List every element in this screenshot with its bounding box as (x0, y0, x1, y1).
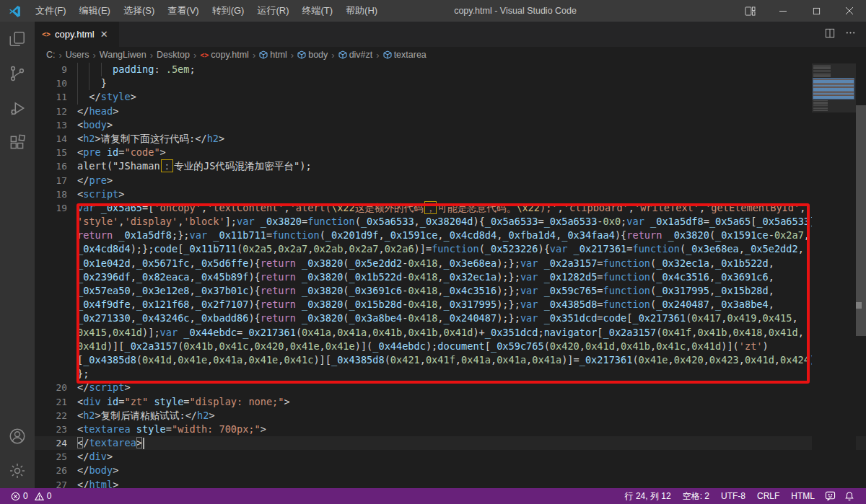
error-icon (11, 492, 20, 501)
code-line[interactable]: _0x57ea50,_0x3e12e8,_0x37b01c){return _0… (35, 284, 866, 298)
close-window-button[interactable] (833, 0, 866, 22)
line-number: 23 (35, 423, 77, 436)
breadcrumb-separator: › (190, 50, 200, 61)
code-line[interactable]: 26</body> (35, 464, 866, 477)
code-line[interactable]: return _0x1a5df8;};var _0x11b711=functio… (35, 229, 866, 242)
line-number (35, 298, 77, 311)
scrollbar-thumb[interactable] (856, 105, 866, 336)
code-line[interactable]: 14<h2>请复制下面这行代码:</h2> (35, 132, 866, 146)
breadcrumb-symbol-html[interactable]: html (259, 50, 287, 60)
line-number: 27 (35, 478, 77, 488)
breadcrumb-file-copy-html[interactable]: <> copy.html (200, 50, 249, 60)
menu-item-run[interactable]: 运行(R) (250, 0, 295, 22)
code-lines: 9padding: .5em;10}11</style>12</head>13<… (35, 63, 866, 488)
code-line[interactable]: _0x271330,_0x43246c,_0xbadd86){return _0… (35, 311, 866, 325)
menu-item-file[interactable]: 文件(F) (29, 0, 73, 22)
status-bar-right: 行 24, 列 12 空格: 2 UTF-8 CRLF HTML (619, 488, 859, 504)
layout-toggle-button[interactable] (733, 0, 766, 22)
code-line[interactable]: 13<body> (35, 118, 866, 132)
breadcrumb-wangliwen[interactable]: WangLiwen (100, 50, 146, 60)
line-number (35, 270, 77, 284)
code-line[interactable]: 'style','display','block'];var _0x3820=f… (35, 215, 866, 229)
indentation[interactable]: 空格: 2 (677, 488, 715, 504)
code-line[interactable]: 22<h2>复制后请粘贴试试:</h2> (35, 409, 866, 423)
line-number (35, 215, 77, 229)
run-debug-icon[interactable] (0, 91, 35, 125)
code-line[interactable]: 12</head> (35, 105, 866, 118)
line-number (35, 284, 77, 298)
split-editor-button[interactable] (825, 28, 835, 41)
code-line[interactable]: _0x4f9dfe,_0x121f68,_0x2f7107){return _0… (35, 298, 866, 311)
code-editor[interactable]: 9padding: .5em;10}11</style>12</head>13<… (35, 63, 866, 488)
breadcrumb-symbol-body[interactable]: body (297, 50, 328, 60)
menu-item-view[interactable]: 查看(V) (161, 0, 205, 22)
tab-copy-html[interactable]: <> copy.html ✕ (35, 22, 120, 47)
code-line[interactable]: 23<textarea style="width: 700px;"> (35, 423, 866, 436)
line-number: 26 (35, 464, 77, 477)
line-number: 10 (35, 76, 77, 90)
eol-sequence[interactable]: CRLF (751, 488, 785, 504)
code-line[interactable]: 20</script> (35, 381, 866, 394)
feedback-button[interactable] (821, 488, 840, 504)
minimap[interactable] (812, 63, 856, 488)
source-control-icon[interactable] (0, 56, 35, 91)
code-line[interactable]: _0x4cd8d4);};code[_0x11b711(0x2a5,0x2a7,… (35, 242, 866, 256)
breadcrumb-symbol-textarea[interactable]: textarea (383, 50, 427, 60)
menu-item-go[interactable]: 转到(G) (206, 0, 251, 22)
vertical-scrollbar[interactable] (856, 63, 866, 488)
tab-close-icon[interactable]: ✕ (100, 29, 108, 40)
code-line[interactable]: 0x41d)][_0x2a3157(0x41b,0x41c,0x420,0x41… (35, 340, 866, 353)
notifications-button[interactable] (840, 488, 859, 504)
encoding[interactable]: UTF-8 (715, 488, 751, 504)
code-line[interactable]: 15<pre id="code"> (35, 146, 866, 159)
code-line[interactable]: 25</div> (35, 450, 866, 464)
breadcrumb: C: › Users › WangLiwen › Desktop › <> co… (35, 47, 866, 63)
cursor-position[interactable]: 行 24, 列 12 (619, 488, 677, 504)
code-line[interactable]: 17</pre> (35, 174, 866, 187)
menu-item-edit[interactable]: 编辑(E) (73, 0, 117, 22)
window-title: copy.html - Visual Studio Code (341, 6, 690, 16)
breadcrumb-symbol-div-zt[interactable]: div#zt (338, 50, 373, 60)
bell-icon (844, 491, 854, 501)
code-line[interactable]: 0x415,0x41d)];var _0x44ebdc=_0x217361(0x… (35, 326, 866, 340)
tab-label: copy.html (55, 29, 95, 40)
code-line[interactable]: 10} (35, 76, 866, 90)
breadcrumb-separator: › (372, 50, 382, 61)
code-line[interactable]: 18<script> (35, 187, 866, 201)
code-line[interactable]: 21<div id="zt" style="display: none;"> (35, 395, 866, 409)
code-line[interactable]: 27</html> (35, 478, 866, 488)
code-line[interactable]: 16alert("JShaman：专业的JS代码混淆加密平台"); (35, 159, 866, 173)
activity-bar (0, 22, 35, 488)
code-line[interactable]: }; (35, 367, 866, 381)
language-mode[interactable]: HTML (785, 488, 821, 504)
code-line[interactable]: 9padding: .5em; (35, 63, 866, 76)
code-line[interactable]: [_0x4385d8(0x41d,0x41e,0x41a,0x41e,0x41c… (35, 353, 866, 367)
line-number: 20 (35, 381, 77, 394)
breadcrumb-desktop[interactable]: Desktop (157, 50, 190, 60)
more-actions-button[interactable] (845, 27, 856, 41)
line-number: 14 (35, 132, 77, 146)
extensions-icon[interactable] (0, 125, 35, 160)
breadcrumb-separator: › (56, 50, 66, 61)
breadcrumb-users[interactable]: Users (66, 50, 89, 60)
code-line[interactable]: 24</textarea> (35, 436, 866, 450)
breadcrumb-separator: › (146, 50, 157, 61)
code-line[interactable]: 11</style> (35, 90, 866, 104)
html-file-icon: <> (200, 51, 209, 59)
code-line[interactable]: _0x2396df,_0x82eaca,_0x45b89f){return _0… (35, 270, 866, 284)
problems-indicator[interactable]: 0 0 (7, 488, 55, 504)
scrollbar-marker (856, 302, 862, 309)
settings-gear-icon[interactable] (0, 454, 35, 488)
line-number (35, 340, 77, 353)
menu-item-terminal[interactable]: 终端(T) (295, 0, 339, 22)
vscode-window: 文件(F) 编辑(E) 选择(S) 查看(V) 转到(G) 运行(R) 终端(T… (0, 0, 866, 504)
code-line[interactable]: 19var _0x5a65=['oncopy','textContent','a… (35, 201, 866, 215)
code-line[interactable]: _0x1e042d,_0x5671fc,_0x5d6ffe){return _0… (35, 257, 866, 270)
maximize-button[interactable] (800, 0, 833, 22)
minimize-button[interactable] (766, 0, 800, 22)
accounts-icon[interactable] (0, 419, 35, 454)
breadcrumb-drive[interactable]: C: (46, 50, 56, 60)
line-number: 13 (35, 118, 77, 132)
menu-item-selection[interactable]: 选择(S) (117, 0, 161, 22)
explorer-icon[interactable] (0, 22, 35, 56)
